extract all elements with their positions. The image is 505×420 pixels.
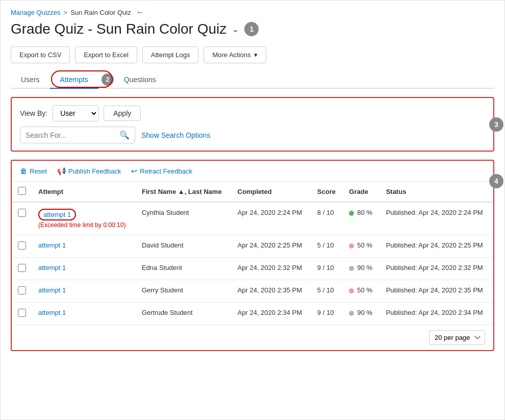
row-checkbox[interactable]: [18, 264, 26, 272]
title-dropdown-icon[interactable]: ⌄: [232, 23, 239, 35]
search-input[interactable]: [26, 131, 117, 139]
page-title-row: Grade Quiz - Sun Rain Color Quiz ⌄ 1: [11, 21, 494, 37]
export-excel-button[interactable]: Export to Excel: [75, 46, 137, 63]
table-toolbar: 🗑 Reset 📢 Publish Feedback ↩ Retract Fee…: [12, 161, 493, 182]
row-checkbox-cell: [12, 280, 32, 303]
row-checkbox-cell: [12, 303, 32, 325]
breadcrumb: Manage Quizzes > Sun Rain Color Quiz ←: [11, 8, 494, 17]
grade-dot-icon: [349, 211, 354, 216]
view-by-select[interactable]: User: [53, 105, 98, 121]
row-grade: 90 %: [343, 258, 380, 280]
row-checkbox-cell: [12, 235, 32, 258]
view-by-row: View By: User Apply: [20, 105, 485, 121]
header-name[interactable]: First Name ▲, Last Name: [136, 182, 232, 202]
header-checkbox-cell: [12, 182, 32, 202]
tab-questions[interactable]: Questions: [114, 71, 166, 89]
step-badge-4: 4: [489, 174, 503, 188]
tabs-row: Users Attempts 2 Questions: [11, 71, 494, 89]
row-grade: 80 %: [343, 202, 380, 235]
row-grade: 50 %: [343, 235, 380, 258]
breadcrumb-separator: >: [64, 9, 68, 16]
row-name: Gertrude Student: [136, 303, 232, 325]
per-page-select[interactable]: 10 per page 20 per page 50 per page: [429, 330, 485, 345]
header-grade: Grade: [343, 182, 380, 202]
row-attempt: attempt 1: [32, 303, 136, 325]
grade-dot-icon: [349, 243, 354, 249]
table-row: attempt 1Gertrude StudentApr 24, 2020 2:…: [12, 303, 493, 325]
exceeded-time-text: (Exceeded time limit by 0:00:10): [38, 221, 130, 229]
publish-icon: 📢: [57, 167, 66, 175]
retract-icon: ↩: [131, 167, 137, 175]
attempt-link[interactable]: attempt 1: [38, 264, 66, 271]
export-csv-button[interactable]: Export to CSV: [11, 46, 70, 63]
row-name: David Student: [136, 235, 232, 258]
row-score: 8 / 10: [311, 202, 343, 235]
select-all-checkbox[interactable]: [18, 187, 26, 195]
attempt-link[interactable]: attempt 1: [38, 241, 66, 249]
row-completed: Apr 24, 2020 2:24 PM: [232, 202, 311, 235]
tab-users[interactable]: Users: [11, 71, 50, 89]
row-status: Published: Apr 24, 2020 2:34 PM: [380, 303, 493, 325]
row-completed: Apr 24, 2020 2:35 PM: [232, 280, 311, 303]
grade-dot-icon: [349, 311, 354, 316]
row-score: 9 / 10: [311, 303, 343, 325]
attempt-link[interactable]: attempt 1: [38, 286, 66, 294]
table-footer: 10 per page 20 per page 50 per page: [12, 325, 493, 350]
grade-dot-icon: [349, 266, 354, 271]
row-completed: Apr 24, 2020 2:25 PM: [232, 235, 311, 258]
row-status: Published: Apr 24, 2020 2:24 PM: [380, 202, 493, 235]
header-attempt: Attempt: [32, 182, 136, 202]
view-by-label: View By:: [20, 109, 47, 117]
attempts-table: Attempt First Name ▲, Last Name Complete…: [12, 182, 493, 325]
publish-feedback-button[interactable]: 📢 Publish Feedback: [57, 167, 121, 175]
attempt-link[interactable]: attempt 1: [38, 209, 76, 220]
table-section: 🗑 Reset 📢 Publish Feedback ↩ Retract Fee…: [11, 160, 494, 351]
row-status: Published: Apr 24, 2020 2:25 PM: [380, 235, 493, 258]
row-checkbox[interactable]: [18, 209, 26, 217]
reset-button[interactable]: 🗑 Reset: [20, 167, 47, 175]
row-attempt: attempt 1: [32, 280, 136, 303]
search-filter-section: View By: User Apply 🔍 Show Search Option…: [11, 97, 494, 152]
row-score: 9 / 10: [311, 258, 343, 280]
show-search-options-link[interactable]: Show Search Options: [141, 131, 210, 139]
row-grade: 90 %: [343, 303, 380, 325]
reset-icon: 🗑: [20, 167, 27, 175]
row-attempt: attempt 1(Exceeded time limit by 0:00:10…: [32, 202, 136, 235]
apply-button[interactable]: Apply: [104, 106, 141, 121]
row-checkbox[interactable]: [18, 241, 26, 250]
attempt-logs-button[interactable]: Attempt Logs: [142, 46, 199, 63]
grade-dot-icon: [349, 288, 354, 293]
row-attempt: attempt 1: [32, 235, 136, 258]
row-checkbox[interactable]: [18, 286, 26, 294]
tab-attempts[interactable]: Attempts: [50, 71, 98, 89]
row-score: 5 / 10: [311, 280, 343, 303]
breadcrumb-manage-quizzes[interactable]: Manage Quizzes: [11, 9, 61, 16]
row-name: Gerry Student: [136, 280, 232, 303]
attempt-link[interactable]: attempt 1: [38, 309, 66, 316]
header-score: Score: [311, 182, 343, 202]
more-actions-chevron-icon: ▾: [254, 51, 258, 59]
header-completed: Completed: [232, 182, 311, 202]
row-checkbox[interactable]: [18, 309, 26, 317]
retract-feedback-button[interactable]: ↩ Retract Feedback: [131, 167, 192, 175]
table-row: attempt 1David StudentApr 24, 2020 2:25 …: [12, 235, 493, 258]
row-completed: Apr 24, 2020 2:34 PM: [232, 303, 311, 325]
table-row: attempt 1(Exceeded time limit by 0:00:10…: [12, 202, 493, 235]
search-input-wrapper: 🔍: [20, 127, 135, 143]
tab-attempts-wrapper: Attempts 2: [50, 71, 114, 88]
search-icon: 🔍: [119, 130, 130, 140]
back-arrow-icon: ←: [136, 8, 144, 17]
row-grade: 50 %: [343, 280, 380, 303]
more-actions-button[interactable]: More Actions ▾: [204, 46, 266, 63]
step-badge-1: 1: [244, 22, 259, 36]
row-score: 5 / 10: [311, 235, 343, 258]
row-status: Published: Apr 24, 2020 2:35 PM: [380, 280, 493, 303]
table-header-row: Attempt First Name ▲, Last Name Complete…: [12, 182, 493, 202]
search-row: 🔍 Show Search Options: [20, 127, 485, 143]
sort-icon: ▲: [178, 188, 185, 195]
row-completed: Apr 24, 2020 2:32 PM: [232, 258, 311, 280]
step-badge-3: 3: [489, 117, 503, 132]
row-attempt: attempt 1: [32, 258, 136, 280]
breadcrumb-current: Sun Rain Color Quiz: [70, 9, 131, 16]
row-status: Published: Apr 24, 2020 2:32 PM: [380, 258, 493, 280]
